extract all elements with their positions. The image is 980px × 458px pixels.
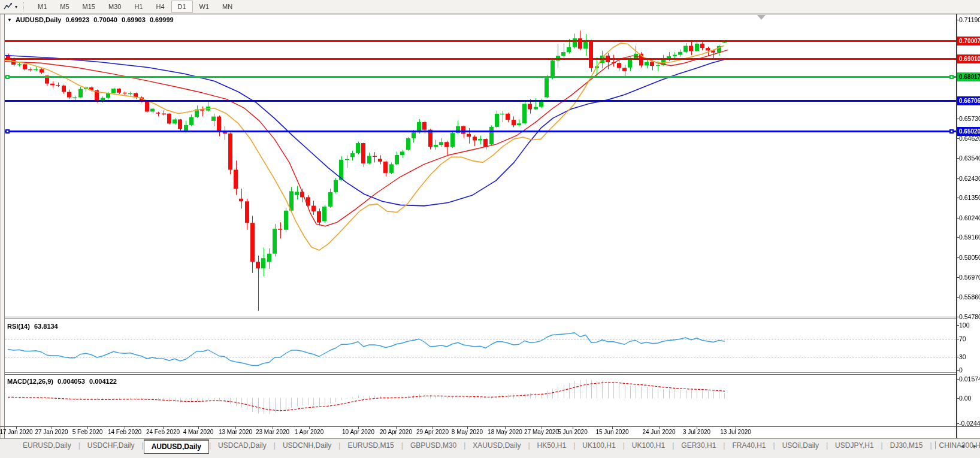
tab-scroll-right-icon[interactable]: ▸: [973, 442, 976, 449]
macd-main-value: 0.004053: [58, 378, 85, 385]
price-tick-0.54780-label: 0.54780: [959, 313, 980, 320]
date-label-18-May-2020: 18 May 2020: [488, 429, 522, 435]
date-label-8-May-2020: 8 May 2020: [452, 429, 483, 435]
date-label-4-Mar-2020: 4 Mar 2020: [183, 429, 214, 435]
macd-indicator-label: MACD(12,26,9) 0.004053 0.004122: [7, 378, 119, 385]
date-label-13-Mar-2020: 13 Mar 2020: [219, 429, 252, 435]
timeframe-button-d1[interactable]: D1: [171, 1, 193, 13]
price-tick-0.65730-label: 0.65730: [959, 115, 980, 122]
date-label-1-Apr-2020: 1 Apr 2020: [295, 429, 323, 435]
timeframe-button-h4[interactable]: H4: [149, 1, 171, 13]
tab-usdchf-daily[interactable]: USDCHF,Daily: [80, 439, 142, 452]
horizontal-line-0.68017[interactable]: [5, 76, 956, 78]
tab-usdjpy-h1[interactable]: USDJPY,H1: [828, 439, 881, 452]
price-line-label-0.69010: 0.69010: [957, 54, 980, 63]
price-tick-0.61350-label: 0.61350: [959, 194, 980, 201]
tab-gbpusd-m30[interactable]: GBPUSD,M30: [403, 439, 464, 452]
main-rsi-separator-bottom[interactable]: [5, 319, 956, 319]
macd-tick-0.015743-label: 0.015743: [959, 375, 980, 383]
rsi-indicator-label: RSI(14) 63.8134: [7, 323, 61, 330]
macd-name: MACD(12,26,9): [7, 378, 53, 385]
macd-tick-0.00-label: 0.00: [959, 395, 971, 402]
tab-eurusd-daily[interactable]: EURUSD,Daily: [16, 439, 78, 452]
date-label-27-Jan-2020: 27 Jan 2020: [35, 429, 68, 435]
date-label-24-Feb-2020: 24 Feb 2020: [146, 429, 180, 435]
tab-usdcnh-daily[interactable]: USDCNH,Daily: [276, 439, 338, 452]
macd-signal-value: 0.004122: [89, 378, 117, 385]
tab-scroll-left-icon[interactable]: ◂: [961, 442, 964, 449]
date-label-15-Jun-2020: 15 Jun 2020: [595, 429, 628, 435]
date-label-20-Apr-2020: 20 Apr 2020: [380, 429, 412, 435]
line-handle-left-0.68017[interactable]: [5, 75, 10, 79]
rsi-macd-separator-top[interactable]: [5, 372, 956, 373]
horizontal-line-0.65020[interactable]: [5, 131, 956, 132]
timeframe-button-m15[interactable]: M15: [76, 1, 102, 13]
price-tick-0.62430-label: 0.62430: [959, 175, 980, 182]
date-label-5-Feb-2020: 5 Feb 2020: [72, 429, 103, 435]
date-label-29-Apr-2020: 29 Apr 2020: [416, 429, 449, 435]
line-studies-glyph: [4, 2, 13, 11]
tab-dj30-m15[interactable]: DJ30,M15: [883, 439, 930, 452]
timeframe-button-w1[interactable]: W1: [193, 1, 216, 13]
line-studies-icon[interactable]: ▾: [0, 0, 22, 13]
date-label-14-Feb-2020: 14 Feb 2020: [108, 429, 141, 435]
price-line-label-0.65020: 0.65020: [957, 127, 980, 136]
plot-bottom-border: [0, 426, 980, 427]
rsi-tick-30-label: 30: [959, 353, 966, 360]
horizontal-line-0.66706[interactable]: [5, 100, 956, 102]
tab-usdcad-daily[interactable]: USDCAD,Daily: [211, 439, 274, 452]
macd-tick--0.02441-label: -0.02441: [959, 420, 980, 427]
tab-audusd-daily[interactable]: AUDUSD,Daily: [144, 439, 209, 454]
tab-hk50-h1[interactable]: HK50,H1: [530, 439, 574, 452]
date-label-10-Apr-2020: 10 Apr 2020: [342, 429, 374, 435]
line-handle-right-0.65020[interactable]: [949, 129, 954, 134]
ohlc-high: 0.70040: [93, 16, 117, 23]
chart-menu-icon[interactable]: ▼: [7, 17, 12, 23]
rsi-value: 63.8134: [34, 323, 58, 330]
line-handle-right-0.68017[interactable]: [949, 75, 954, 79]
chart-symbol-period: AUDUSD,Daily: [16, 16, 61, 23]
tab-fra40-h1[interactable]: FRA40,H1: [725, 439, 773, 452]
rsi-tick-0-label: 0: [959, 366, 963, 374]
timeframe-button-m5[interactable]: M5: [53, 1, 75, 13]
horizontal-line-0.70007[interactable]: [5, 40, 956, 42]
tab-eurusd-m15[interactable]: EURUSD,M15: [340, 439, 401, 452]
tab-uk100-h1[interactable]: UK100,H1: [575, 439, 622, 452]
tab-usoil-daily[interactable]: USOil,Daily: [775, 439, 826, 452]
timeframe-button-m1[interactable]: M1: [31, 1, 53, 13]
tab-ger30-h1[interactable]: GER30,H1: [674, 439, 723, 452]
price-tick-0.58050-label: 0.58050: [959, 254, 980, 261]
horizontal-line-0.69010[interactable]: [5, 58, 956, 60]
timeframe-button-m30[interactable]: M30: [102, 1, 128, 13]
date-label-5-Jun-2020: 5 Jun 2020: [558, 429, 588, 435]
tab-uk100-h1[interactable]: UK100,H1: [625, 439, 672, 452]
main-rsi-separator-top[interactable]: [5, 317, 956, 317]
chart-tab-bar: EURUSD,Daily|USDCHF,Daily|AUDUSD,Daily|U…: [0, 438, 980, 458]
timeframe-button-h1[interactable]: H1: [128, 1, 149, 13]
dropdown-caret-icon: ▾: [15, 4, 17, 10]
rsi-tick-70-label: 70: [959, 335, 966, 342]
timeframe-button-group: M1M5M15M30H1H4D1W1MN: [31, 1, 239, 13]
price-tick-0.55860-label: 0.55860: [959, 293, 980, 301]
chart-shift-marker[interactable]: [757, 15, 766, 20]
rsi-macd-separator-bottom[interactable]: [5, 374, 956, 375]
price-line-label-0.70007: 0.70007: [957, 37, 980, 46]
line-handle-left-0.65020[interactable]: [5, 129, 10, 134]
price-line-label-0.68017: 0.68017: [957, 72, 980, 81]
rsi-name: RSI(14): [7, 323, 30, 330]
price-tick-0.59160-label: 0.59160: [959, 233, 980, 241]
date-label-13-Jul-2020: 13 Jul 2020: [720, 429, 751, 435]
tab-xauusd-daily[interactable]: XAUUSD,Daily: [465, 439, 528, 452]
price-tick-0.56970-label: 0.56970: [959, 274, 980, 281]
price-tick-0.63540-label: 0.63540: [959, 154, 980, 162]
timeframe-button-mn[interactable]: MN: [216, 1, 239, 13]
chart-window-top-border: [0, 14, 980, 14]
date-label-17-Jan-2020: 17 Jan 2020: [0, 429, 33, 435]
toolbar-grip: [23, 2, 28, 11]
date-label-3-Jul-2020: 3 Jul 2020: [683, 429, 710, 435]
price-tick-0.71190-label: 0.71190: [959, 16, 980, 23]
price-line-label-0.66706: 0.66706: [957, 96, 980, 105]
ohlc-low: 0.69903: [122, 16, 146, 23]
chart-tabs: EURUSD,Daily|USDCHF,Daily|AUDUSD,Daily|U…: [16, 439, 980, 454]
ohlc-close: 0.69999: [150, 16, 174, 23]
